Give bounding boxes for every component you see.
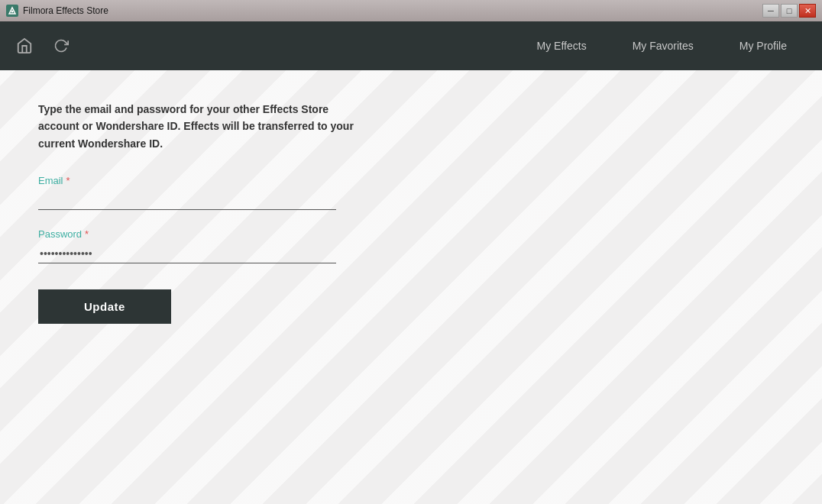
refresh-button[interactable] [49, 34, 73, 58]
app-icon [6, 5, 18, 17]
update-button[interactable]: Update [38, 289, 171, 324]
password-input[interactable] [38, 244, 336, 263]
nav-bar: My Effects My Favorites My Profile [0, 21, 822, 70]
password-label: Password* [38, 228, 359, 240]
form-container: Type the email and password for your oth… [0, 70, 397, 354]
nav-my-effects[interactable]: My Effects [514, 21, 610, 70]
svg-point-1 [11, 11, 14, 13]
password-form-group: Password* [38, 228, 359, 263]
main-content: Type the email and password for your oth… [0, 70, 822, 504]
window-controls: ─ □ ✕ [762, 4, 816, 18]
nav-my-favorites[interactable]: My Favorites [610, 21, 717, 70]
title-bar: Filmora Effects Store ─ □ ✕ [0, 0, 822, 21]
email-form-group: Email* [38, 175, 359, 210]
email-input[interactable] [38, 191, 336, 210]
minimize-button[interactable]: ─ [762, 4, 779, 18]
home-button[interactable] [12, 34, 37, 58]
nav-right: My Effects My Favorites My Profile [514, 21, 810, 70]
email-label: Email* [38, 175, 359, 186]
window-title: Filmora Effects Store [23, 5, 108, 16]
maximize-button[interactable]: □ [781, 4, 798, 18]
title-bar-left: Filmora Effects Store [6, 5, 108, 17]
nav-left [12, 34, 514, 58]
close-button[interactable]: ✕ [799, 4, 816, 18]
description-text: Type the email and password for your oth… [38, 101, 359, 152]
nav-my-profile[interactable]: My Profile [717, 21, 810, 70]
